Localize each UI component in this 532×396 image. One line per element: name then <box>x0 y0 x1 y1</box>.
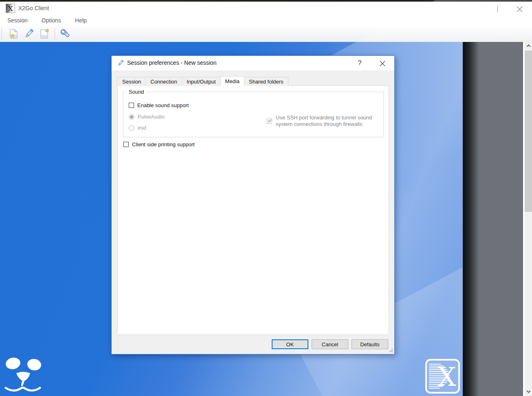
scroll-down-button[interactable] <box>525 388 532 396</box>
side-gray-panel <box>479 42 524 396</box>
chevron-up-icon <box>526 44 530 48</box>
tab-shared-folders[interactable]: Shared folders <box>244 77 288 86</box>
cat-face-logo <box>2 354 47 393</box>
new-document-star-corner-icon <box>39 28 50 40</box>
sound-groupbox: Sound Enable sound support PulseAudio es… <box>123 92 384 137</box>
scroll-up-button[interactable] <box>525 42 532 50</box>
cancel-button[interactable]: Cancel <box>312 339 348 349</box>
session-preferences-dialog: Session preferences - New session ? Sess… <box>111 55 395 354</box>
background-dark-edge <box>463 42 479 396</box>
tab-media[interactable]: Media <box>220 76 244 86</box>
dialog-tabbar: Session Connection Input/Output Media Sh… <box>117 76 288 86</box>
new-session-button[interactable] <box>6 27 21 41</box>
settings-button[interactable] <box>58 27 73 41</box>
dialog-button-row: OK Cancel Defaults <box>268 339 388 349</box>
dialog-titlebar: Session preferences - New session ? <box>112 56 394 70</box>
client-printing-checkbox[interactable] <box>123 142 129 147</box>
vertical-scrollbar[interactable] <box>525 42 532 396</box>
menu-options[interactable]: Options <box>37 16 65 25</box>
sound-group-legend: Sound <box>127 89 146 95</box>
tab-session[interactable]: Session <box>117 77 146 86</box>
esd-radio[interactable] <box>129 125 134 131</box>
window-title: X2Go Client <box>18 5 49 11</box>
dialog-help-button[interactable]: ? <box>353 57 367 69</box>
dialog-close-icon[interactable] <box>376 59 389 68</box>
svg-text:X: X <box>438 362 456 392</box>
pulseaudio-label: PulseAudio <box>138 114 165 120</box>
new-session-document-star-icon <box>8 28 19 40</box>
media-tab-panel: Sound Enable sound support PulseAudio es… <box>117 86 389 335</box>
client-printing-label: Client side printing support <box>132 141 195 147</box>
x2go-x-logo: X <box>425 359 460 394</box>
scrollbar-thumb[interactable] <box>525 51 532 212</box>
ssh-tunnel-label: Use SSH port forwarding to tunnel sound … <box>276 114 385 128</box>
ok-button[interactable]: OK <box>272 339 308 349</box>
edit-pencil-icon <box>23 28 35 40</box>
toolbar-drag-handle[interactable] <box>1 28 3 40</box>
ssh-tunnel-checkbox[interactable] <box>267 119 272 124</box>
menu-session[interactable]: Session <box>3 16 32 25</box>
dialog-title: Session preferences - New session <box>127 59 216 66</box>
pencil-icon <box>117 59 124 67</box>
edit-session-button[interactable] <box>22 27 36 41</box>
x2go-app-icon: X <box>6 4 15 13</box>
menu-help[interactable]: Help <box>71 16 91 25</box>
chevron-down-icon <box>526 389 530 393</box>
new-folder-button[interactable] <box>37 27 52 41</box>
pulseaudio-radio[interactable] <box>129 114 134 120</box>
defaults-button[interactable]: Defaults <box>352 339 388 349</box>
tab-connection[interactable]: Connection <box>145 77 182 86</box>
resize-grip[interactable] <box>389 348 393 352</box>
esd-label: esd <box>138 125 146 131</box>
screen: X X2Go Client Session Options Help <box>0 0 532 396</box>
toolbar-separator <box>55 28 55 40</box>
settings-wrench-icon <box>59 28 71 40</box>
tab-input-output[interactable]: Input/Output <box>182 77 221 86</box>
enable-sound-label: Enable sound support <box>137 102 189 108</box>
enable-sound-checkbox[interactable] <box>129 103 134 108</box>
